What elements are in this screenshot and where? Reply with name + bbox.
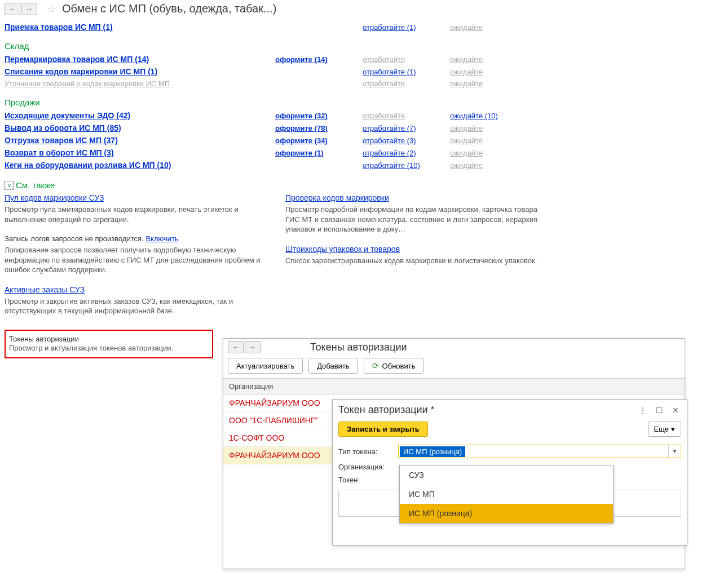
- table-header: Организация: [223, 378, 685, 394]
- row-main-link[interactable]: Исходящие документы ЭДО (42): [5, 111, 130, 120]
- close-icon[interactable]: ✕: [670, 405, 681, 416]
- actualize-button[interactable]: Актуализировать: [228, 358, 303, 374]
- star-icon[interactable]: ☆: [45, 3, 58, 15]
- page-title: Обмен с ИС МП (обувь, одежда, табак...): [62, 2, 276, 15]
- also-link[interactable]: Проверка кодов маркировки: [285, 193, 389, 202]
- refresh-icon: ⟳: [372, 361, 379, 370]
- link-priemka-otrabotayte[interactable]: отработайте (1): [363, 23, 416, 32]
- otrabotayte-link[interactable]: отработайте (10): [363, 161, 420, 170]
- ozhidayte-link: ожидайте: [450, 68, 483, 76]
- dropdown-item[interactable]: СУЗ: [400, 465, 613, 485]
- also-link[interactable]: Активные заказы СУЗ: [5, 285, 85, 294]
- also-desc: Просмотр и закрытие активных заказов СУЗ…: [5, 296, 270, 316]
- label-token: Токен:: [338, 476, 394, 484]
- ozhidayte-link[interactable]: ожидайте (10): [450, 112, 498, 120]
- expand-toggle-icon[interactable]: ∨: [5, 181, 14, 190]
- link-priemka[interactable]: Приемка товаров ИС МП (1): [5, 23, 113, 32]
- row-main-link[interactable]: Списания кодов маркировки ИС МП (1): [5, 67, 157, 76]
- refresh-button[interactable]: ⟳Обновить: [364, 358, 424, 374]
- priemka-ozhidayte: ожидайте: [450, 23, 483, 32]
- more-label: Еще: [654, 425, 669, 433]
- otrabotayte-link[interactable]: отработайте (1): [363, 68, 416, 76]
- chevron-down-icon[interactable]: ▼: [668, 445, 681, 458]
- also-link[interactable]: Токены авторизации: [9, 335, 79, 343]
- label-organization: Организация:: [338, 463, 394, 471]
- section-row: Исходящие документы ЭДО (42)оформите (32…: [5, 109, 723, 122]
- otrabotayte-link[interactable]: отработайте (7): [363, 124, 416, 132]
- section-row: Вывод из оборота ИС МП (85)оформите (78)…: [5, 122, 723, 134]
- also-desc: Просмотр пула эмитированных кодов маркир…: [5, 205, 270, 224]
- also-desc: Просмотр подробной информации по кодам м…: [285, 205, 550, 234]
- ozhidayte-link: ожидайте: [450, 124, 483, 132]
- kebab-icon[interactable]: ⋮: [637, 405, 649, 416]
- token-detail-title: Токен авторизации *: [338, 404, 631, 416]
- section-prodazhi-title: Продажи: [5, 97, 723, 107]
- ozhidayte-link: ожидайте: [450, 161, 483, 170]
- ozhidayte-link: ожидайте: [450, 149, 483, 157]
- otrabotayte-link[interactable]: отработайте (3): [363, 136, 416, 145]
- chevron-down-icon: ▾: [671, 425, 675, 433]
- main-exchange-panel: ← → ☆ Обмен с ИС МП (обувь, одежда, таба…: [0, 0, 728, 362]
- also-text: Запись логов запросов не производится.: [5, 234, 145, 243]
- back-button[interactable]: ←: [5, 3, 20, 15]
- enable-link[interactable]: Включить: [145, 234, 178, 243]
- token-type-dropdown: СУЗИС МПИС МП (розница): [399, 465, 614, 524]
- otrabotayte-link: отработайте: [363, 55, 405, 64]
- section-row: Списания кодов маркировки ИС МП (1)отраб…: [5, 65, 723, 78]
- otrabotayte-link: отработайте: [363, 112, 405, 120]
- tokens-window-title: Токены авторизации: [310, 341, 407, 353]
- otrabotayte-link[interactable]: отработайте (2): [363, 149, 416, 157]
- also-item: Пул кодов маркировки СУЗПросмотр пула эм…: [5, 193, 270, 224]
- oformite-link[interactable]: оформите (32): [275, 112, 328, 120]
- more-button[interactable]: Еще▾: [648, 422, 681, 437]
- row-main-link[interactable]: Вывод из оборота ИС МП (85): [5, 123, 121, 132]
- dropdown-item[interactable]: ИС МП: [400, 485, 613, 504]
- also-item: Проверка кодов маркировкиПросмотр подроб…: [285, 193, 550, 234]
- token-type-value: ИС МП (розница): [400, 446, 465, 457]
- maximize-icon[interactable]: ☐: [654, 405, 665, 416]
- also-item: Штрихкоды упаковок и товаровСписок зарег…: [285, 245, 550, 266]
- section-row: Возврат в оборот ИС МП (3)оформите (1)от…: [5, 147, 723, 159]
- oformite-link[interactable]: оформите (78): [275, 124, 328, 132]
- also-item: Токены авторизацииПросмотр и актуализаци…: [5, 330, 213, 359]
- section-row: Уточнение сведений о кодах маркировки ИС…: [5, 78, 723, 90]
- row-main-link[interactable]: Отгрузка товаров ИС МП (37): [5, 136, 118, 145]
- also-item: Запись логов запросов не производится. В…: [5, 234, 270, 275]
- also-item: Активные заказы СУЗПросмотр и закрытие а…: [5, 285, 270, 316]
- also-desc: Логирование запросов позволяет получить …: [5, 245, 270, 275]
- row-main-link: Уточнение сведений о кодах маркировки ИС…: [5, 79, 170, 88]
- oformite-link[interactable]: оформите (1): [275, 149, 324, 157]
- ozhidayte-link: ожидайте: [450, 136, 483, 145]
- oformite-link[interactable]: оформите (34): [275, 136, 328, 145]
- row-main-link[interactable]: Возврат в оборот ИС МП (3): [5, 148, 114, 157]
- save-close-button[interactable]: Записать и закрыть: [338, 422, 428, 437]
- oformite-link[interactable]: оформите (14): [275, 55, 328, 64]
- ozhidayte-link: ожидайте: [450, 79, 483, 88]
- tokens-forward-button[interactable]: →: [245, 341, 261, 353]
- dropdown-item[interactable]: ИС МП (розница): [400, 504, 613, 523]
- forward-button[interactable]: →: [21, 3, 37, 15]
- label-token-type: Тип токена:: [338, 447, 394, 456]
- row-priemka: Приемка товаров ИС МП (1) отработайте (1…: [5, 21, 723, 33]
- main-toolbar: ← → ☆ Обмен с ИС МП (обувь, одежда, таба…: [0, 0, 728, 17]
- otrabotayte-link: отработайте: [363, 79, 405, 88]
- section-row: Отгрузка товаров ИС МП (37)оформите (34)…: [5, 134, 723, 147]
- row-main-link[interactable]: Перемаркировка товаров ИС МП (14): [5, 55, 149, 64]
- also-link[interactable]: Пул кодов маркировки СУЗ: [5, 193, 104, 202]
- see-also-title: См. также: [16, 180, 55, 190]
- also-desc: Список зарегистрированных кодов маркиров…: [285, 256, 550, 266]
- add-button[interactable]: Добавить: [308, 358, 358, 374]
- also-desc: Просмотр и актуализация токенов авториза…: [9, 343, 208, 353]
- token-type-combo[interactable]: ИС МП (розница) ▼: [398, 445, 681, 458]
- also-link[interactable]: Штрихкоды упаковок и товаров: [285, 245, 400, 254]
- refresh-label: Обновить: [382, 362, 416, 370]
- section-row: Перемаркировка товаров ИС МП (14)оформит…: [5, 53, 723, 65]
- tokens-back-button[interactable]: ←: [228, 341, 244, 353]
- section-sklad-title: Склад: [5, 41, 723, 51]
- column-organization: Организация: [229, 382, 273, 391]
- section-row: Кеги на оборудовании розлива ИС МП (10)о…: [5, 159, 723, 171]
- row-main-link[interactable]: Кеги на оборудовании розлива ИС МП (10): [5, 161, 171, 170]
- ozhidayte-link: ожидайте: [450, 55, 483, 64]
